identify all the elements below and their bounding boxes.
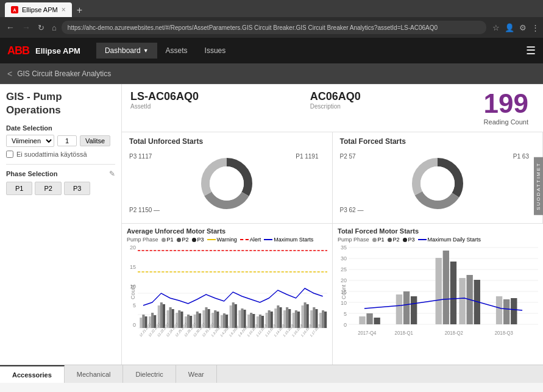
svg-point-7 <box>421 166 455 201</box>
browser-chrome: A Ellipse APM × + <box>0 0 543 17</box>
svg-rect-67 <box>295 310 297 328</box>
forced-chart-title: Total Forced Starts <box>340 137 536 146</box>
svg-rect-108 <box>374 318 380 324</box>
right-chart-svg: 2017-Q4 2018-Q1 2018-Q2 2018-Q3 <box>349 244 538 339</box>
svg-rect-49 <box>241 308 243 328</box>
breadcrumb-text: GIS Circuit Breaker Analytics <box>17 69 111 78</box>
main-content: SUODATTIMET GIS - Pump Operations Date S… <box>0 84 543 365</box>
svg-rect-119 <box>503 299 509 324</box>
address-url: https://ahc-demo.azurewebsites.net/#/Rep… <box>68 24 438 31</box>
home-button[interactable]: ⌂ <box>49 22 59 34</box>
unforced-label-p2: P2 1150 — <box>129 207 160 213</box>
abb-logo: ABB <box>7 45 29 57</box>
breadcrumb-arrow-icon[interactable]: < <box>7 69 12 79</box>
svg-rect-55 <box>259 315 261 328</box>
phase-p1-button[interactable]: P1 <box>6 182 32 195</box>
asset-description: AC06AQ0 <box>310 90 478 103</box>
svg-text:2018-Q1: 2018-Q1 <box>395 329 413 336</box>
person-icon[interactable]: 👤 <box>505 23 514 32</box>
svg-rect-118 <box>496 296 502 324</box>
forced-label-p3: P3 62 — <box>340 207 364 213</box>
left-panel: GIS - Pump Operations Date Selection Vii… <box>0 84 122 365</box>
unforced-chart-title: Total Unforced Starts <box>129 137 325 146</box>
address-input[interactable]: https://ahc-demo.azurewebsites.net/#/Rep… <box>62 21 486 34</box>
svg-rect-113 <box>443 251 449 324</box>
tab-wear[interactable]: Wear <box>176 365 217 383</box>
bottom-charts-row: Average Unforced Motor Starts Pump Phase… <box>122 224 543 365</box>
svg-point-3 <box>210 166 244 201</box>
forward-button[interactable]: → <box>20 21 33 34</box>
hamburger-icon[interactable]: ☰ <box>526 44 536 57</box>
asset-desc-block: AC06AQ0 Description <box>298 90 478 110</box>
tab-favicon: A <box>11 6 18 13</box>
tab-dielectric[interactable]: Dielectric <box>123 365 176 383</box>
app-name: Ellipse APM <box>35 46 80 55</box>
nav-item-issues[interactable]: Issues <box>196 43 235 59</box>
svg-rect-28 <box>178 310 180 328</box>
left-chart-title: Average Unforced Motor Starts <box>127 227 327 235</box>
svg-rect-37 <box>205 307 207 328</box>
asset-id-block: LS-AC06AQ0 AssetId <box>130 90 298 110</box>
svg-text:2018-Q2: 2018-Q2 <box>445 329 463 336</box>
back-button[interactable]: ← <box>4 21 17 34</box>
bookmark-icon[interactable]: ☆ <box>492 23 500 32</box>
svg-text:2017-Q4: 2017-Q4 <box>358 329 376 336</box>
svg-rect-110 <box>403 291 410 324</box>
svg-rect-43 <box>223 313 225 328</box>
svg-rect-115 <box>459 278 465 324</box>
browser-tab[interactable]: A Ellipse APM × <box>5 2 72 17</box>
asset-info-row: LS-AC06AQ0 AssetId AC06AQ0 Description 1… <box>122 84 543 132</box>
svg-rect-77 <box>324 312 327 328</box>
svg-rect-48 <box>238 310 241 328</box>
svg-rect-76 <box>322 310 324 328</box>
right-bar-chart: Total Forced Motor Starts Pump Phase P1 … <box>333 224 543 365</box>
chevron-down-icon: ▼ <box>143 48 149 54</box>
unforced-chart: Total Unforced Starts P3 1117 P1 1191 <box>122 132 333 223</box>
left-chart-legend: Pump Phase P1 P2 P3 Warning Alert Maximu… <box>127 237 327 243</box>
reading-count-label: Reading Count <box>484 118 528 126</box>
svg-rect-112 <box>436 258 442 324</box>
phase-section-label: Phase Selection <box>6 170 57 177</box>
refresh-button[interactable]: ↻ <box>35 22 47 34</box>
tab-title: Ellipse APM <box>22 6 58 13</box>
tab-close-icon[interactable]: × <box>62 5 66 14</box>
nav-menu: Dashboard ▼ Assets Issues <box>96 43 520 59</box>
reading-count-block: 199 Reading Count <box>478 90 534 126</box>
date-unit-button[interactable]: Valitse <box>80 135 110 146</box>
edit-icon[interactable]: ✎ <box>109 169 115 178</box>
forced-label-p2: P2 57 <box>340 153 356 160</box>
menu-icon[interactable]: ⋮ <box>531 23 539 32</box>
tab-accessories[interactable]: Accessories <box>0 365 65 383</box>
nav-item-assets[interactable]: Assets <box>157 43 196 59</box>
forced-label-p1: P1 63 <box>513 153 529 160</box>
right-content: LS-AC06AQ0 AssetId AC06AQ0 Description 1… <box>122 84 543 365</box>
svg-rect-61 <box>277 305 279 328</box>
phase-p3-button[interactable]: P3 <box>64 182 90 195</box>
bottom-tabs: Accessories Mechanical Dielectric Wear <box>0 365 543 383</box>
svg-rect-52 <box>250 313 252 328</box>
tab-mechanical[interactable]: Mechanical <box>65 365 124 383</box>
new-tab-icon[interactable]: + <box>77 5 82 17</box>
svg-rect-114 <box>450 262 456 324</box>
breadcrumb-bar: < GIS Circuit Breaker Analytics <box>0 63 543 84</box>
nav-item-dashboard[interactable]: Dashboard ▼ <box>96 43 157 59</box>
date-count-input[interactable] <box>57 135 77 146</box>
svg-rect-109 <box>396 294 402 324</box>
filter-checkbox[interactable] <box>6 151 13 158</box>
svg-rect-22 <box>160 302 163 328</box>
svg-rect-34 <box>196 312 199 328</box>
extensions-icon[interactable]: ⚙ <box>519 23 527 32</box>
svg-rect-70 <box>304 302 307 328</box>
svg-rect-16 <box>142 315 144 328</box>
right-chart-legend: Pump Phase P1 P2 P3 Maximum Daily Starts <box>338 237 538 243</box>
donut-charts-row: Total Unforced Starts P3 1117 P1 1191 <box>122 132 543 224</box>
date-filter-select[interactable]: Viimeinen <box>6 135 54 147</box>
svg-rect-19 <box>151 313 154 328</box>
forced-donut-svg <box>407 153 468 214</box>
phase-p2-button[interactable]: P2 <box>35 182 61 195</box>
svg-rect-40 <box>214 310 216 328</box>
asset-id: LS-AC06AQ0 <box>130 90 298 103</box>
side-label: SUODATTIMET <box>534 157 543 215</box>
svg-rect-15 <box>140 318 142 328</box>
left-chart-svg: 12.21.2017 12.22.2017 12.23.2017 12.24.2… <box>138 244 327 339</box>
